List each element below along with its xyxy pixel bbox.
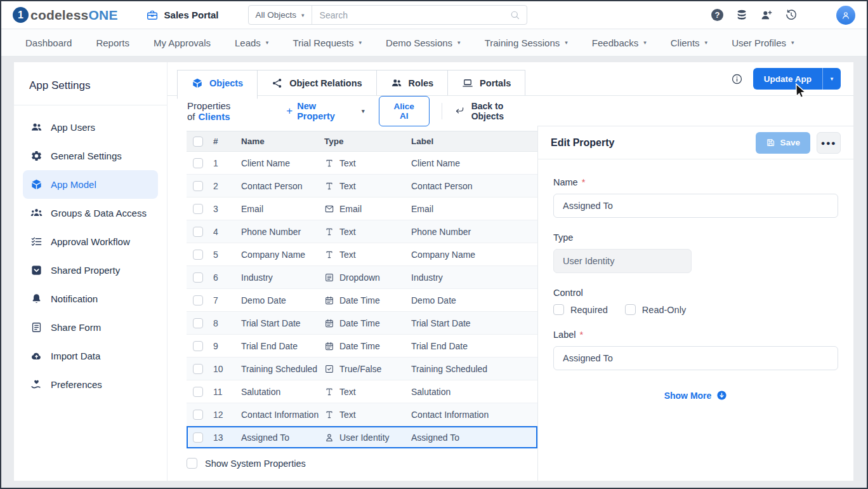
cell-number: 1: [213, 158, 241, 168]
edit-property-header: Edit Property Save ●●●: [538, 126, 853, 159]
tab-roles[interactable]: Roles: [376, 70, 449, 95]
row-checkbox[interactable]: [193, 318, 203, 328]
update-app-dropdown[interactable]: ▾: [822, 68, 841, 90]
table-row[interactable]: 6IndustryDropdownIndustry: [187, 266, 537, 289]
nav-item-training-sessions[interactable]: Training Sessions▾: [485, 37, 568, 48]
nav-item-dashboard[interactable]: Dashboard: [25, 37, 72, 48]
settings-icon[interactable]: [810, 9, 822, 22]
row-checkbox[interactable]: [193, 387, 203, 397]
nav-item-leads[interactable]: Leads▾: [235, 37, 268, 48]
sidebar-item-app-model[interactable]: App Model: [23, 170, 158, 199]
table-row[interactable]: 1Client NameTextClient Name: [187, 152, 537, 175]
table-row[interactable]: 5Company NameTextCompany Name: [187, 243, 537, 266]
sidebar-item-import-data[interactable]: Import Data: [23, 342, 158, 370]
sidebar-item-general-settings[interactable]: General Settings: [23, 142, 158, 170]
row-checkbox-cell: [187, 318, 213, 328]
table-row[interactable]: 11SalutationTextSalutation: [187, 380, 537, 403]
alice-ai-button[interactable]: Alice AI: [379, 96, 430, 126]
sidebar-item-shared-property[interactable]: Shared Property: [23, 256, 158, 285]
user-avatar[interactable]: [836, 6, 855, 25]
label-field[interactable]: [553, 346, 838, 370]
row-checkbox[interactable]: [193, 341, 203, 351]
table-row[interactable]: 13Assigned ToUser IdentityAssigned To: [187, 426, 537, 449]
table-row[interactable]: 8Trial Start DateDate TimeTrial Start Da…: [187, 312, 537, 335]
add-user-icon[interactable]: [760, 9, 773, 22]
table-row[interactable]: 12Contact InformationTextContact Informa…: [187, 403, 537, 426]
object-name-link[interactable]: Clients: [199, 111, 230, 122]
back-to-objects-button[interactable]: Back to Objects: [454, 101, 537, 121]
search-input[interactable]: [312, 10, 510, 20]
required-checkbox[interactable]: [553, 304, 564, 315]
cell-type: Text: [324, 387, 411, 397]
save-icon: [766, 138, 775, 147]
row-checkbox[interactable]: [193, 158, 203, 168]
row-checkbox[interactable]: [193, 227, 203, 237]
tab-portals[interactable]: Portals: [447, 70, 525, 95]
sidebar-item-share-form[interactable]: Share Form: [23, 313, 158, 342]
select-all-checkbox[interactable]: [193, 137, 203, 147]
show-system-properties-checkbox[interactable]: [187, 458, 197, 469]
row-checkbox[interactable]: [193, 272, 203, 283]
app-window: { "header": { "logo_mark": "1", "brand_g…: [0, 0, 868, 489]
readonly-checkbox[interactable]: [625, 304, 636, 315]
cell-number: 4: [213, 227, 241, 237]
cell-number: 10: [213, 364, 241, 374]
tabs: ObjectsObject RelationsRolesPortals: [177, 70, 525, 95]
nav-item-feedbacks[interactable]: Feedbacks▾: [592, 37, 647, 48]
row-checkbox[interactable]: [193, 295, 203, 305]
row-checkbox[interactable]: [193, 204, 203, 214]
new-property-button[interactable]: + New Property ▾: [286, 101, 364, 121]
more-options-button[interactable]: ●●●: [817, 132, 841, 154]
table-row[interactable]: 10Training ScheduledTrue/FalseTraining S…: [187, 358, 537, 380]
row-checkbox[interactable]: [193, 181, 203, 191]
nav-item-reports[interactable]: Reports: [96, 37, 129, 48]
nav-item-my-approvals[interactable]: My Approvals: [154, 37, 211, 48]
cell-name: Assigned To: [241, 432, 324, 443]
sidebar-item-app-users[interactable]: App Users: [23, 113, 158, 142]
app-logo[interactable]: 1 codelessONE: [13, 7, 118, 23]
database-icon[interactable]: [735, 9, 748, 22]
table-row[interactable]: 4Phone NumberTextPhone Number: [187, 220, 537, 243]
sidebar-item-notification[interactable]: Notification: [23, 285, 158, 313]
search-scope-dropdown[interactable]: All Objects ▾: [249, 6, 312, 24]
table-row[interactable]: 3EmailEmailEmail: [187, 198, 537, 220]
row-checkbox-cell: [187, 272, 213, 283]
user-identity-icon: [324, 432, 334, 443]
cell-name: Company Name: [241, 250, 324, 260]
sidebar-item-preferences[interactable]: Preferences: [23, 370, 158, 399]
info-icon[interactable]: [731, 73, 743, 85]
sidebar-item-groups-data-access[interactable]: Groups & Data Access: [23, 199, 158, 227]
nav-item-clients[interactable]: Clients▾: [671, 37, 707, 48]
cell-type-label: Date Time: [339, 341, 380, 351]
calendar-icon: [324, 341, 334, 351]
name-field[interactable]: [553, 194, 838, 218]
table-row[interactable]: 2Contact PersonTextContact Person: [187, 175, 537, 198]
cell-type: Text: [324, 410, 411, 420]
sidebar-item-approval-workflow[interactable]: Approval Workflow: [23, 227, 158, 256]
nav-item-demo-sessions[interactable]: Demo Sessions▾: [386, 37, 461, 48]
nav-item-user-profiles[interactable]: User Profiles▾: [732, 37, 794, 48]
hand-heart-icon: [30, 378, 43, 391]
cell-type: Date Time: [324, 295, 411, 305]
help-icon[interactable]: ?: [711, 9, 723, 21]
row-checkbox[interactable]: [193, 432, 203, 443]
row-checkbox[interactable]: [193, 364, 203, 374]
search-icon[interactable]: [510, 10, 520, 20]
show-more-button[interactable]: Show More: [553, 390, 838, 401]
nav-item-trial-requests[interactable]: Trial Requests▾: [293, 37, 362, 48]
tab-object-relations[interactable]: Object Relations: [257, 70, 376, 95]
tab-label: Portals: [480, 78, 511, 88]
update-app-button[interactable]: Update App ▾: [753, 68, 841, 90]
column-header-type: Type: [324, 137, 411, 146]
tab-objects[interactable]: Objects: [177, 70, 258, 99]
tabs-bar: ObjectsObject RelationsRolesPortals Upda…: [168, 62, 853, 96]
required-mark: *: [579, 330, 583, 340]
table-row[interactable]: 7Demo DateDate TimeDemo Date: [187, 289, 537, 312]
row-checkbox[interactable]: [193, 410, 203, 420]
save-button[interactable]: Save: [756, 132, 810, 154]
history-icon[interactable]: [785, 9, 798, 22]
cell-label: Trial End Date: [411, 341, 537, 351]
table-row[interactable]: 9Trial End DateDate TimeTrial End Date: [187, 335, 537, 358]
sidebar-item-label: Groups & Data Access: [51, 208, 147, 218]
row-checkbox[interactable]: [193, 250, 203, 260]
